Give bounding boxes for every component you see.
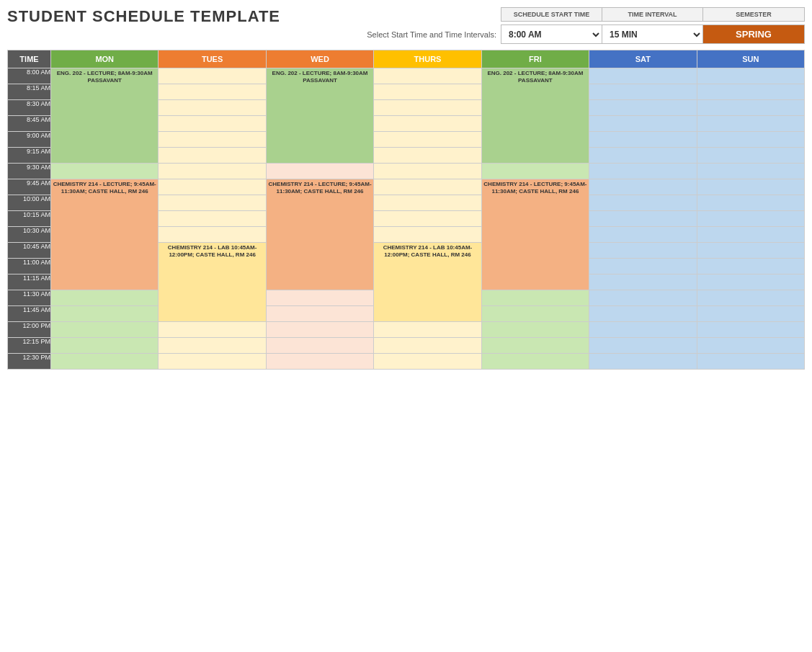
header-time-interval: TIME INTERVAL [602, 8, 703, 21]
time-label: 8:30 AM [8, 100, 51, 116]
time-label: 10:30 AM [8, 227, 51, 243]
cell-sat-13 [589, 274, 697, 290]
cell-sat-9 [589, 211, 697, 227]
cell-wed-6 [266, 164, 373, 179]
cell-thurs-2 [374, 100, 481, 116]
time-label: 8:45 AM [8, 116, 51, 132]
cell-tues-4 [159, 132, 266, 148]
cell-mon-6 [51, 164, 159, 179]
cell-sun-17 [697, 338, 804, 354]
time-label: 10:45 AM [8, 243, 51, 259]
cell-sat-8 [589, 195, 697, 211]
cell-wed-18 [266, 354, 373, 370]
cell-sat-2 [589, 100, 697, 116]
event-eng202-wed: ENG. 202 - LECTURE; 8AM-9:30AM PASSAVANT [266, 68, 373, 164]
cell-sun-18 [697, 354, 804, 370]
time-label: 11:15 AM [8, 274, 51, 290]
cell-tues-0 [159, 68, 266, 84]
time-label: 10:00 AM [8, 195, 51, 211]
control-selects: 8:00 AM 9:00 AM 15 MIN 30 MIN 60 MIN SPR… [501, 24, 805, 44]
header-start-time: SCHEDULE START TIME [501, 8, 602, 21]
cell-tues-6 [159, 164, 266, 179]
cell-sat-5 [589, 148, 697, 164]
col-header-sat: SAT [589, 50, 697, 68]
cell-wed-14 [266, 290, 373, 306]
semester-cell: SPRING [703, 25, 804, 43]
table-row: 9:45 AM CHEMISTRY 214 - LECTURE; 9:45AM-… [8, 179, 805, 195]
table-row: 9:30 AM [8, 164, 805, 179]
time-interval-select[interactable]: 15 MIN 30 MIN 60 MIN [602, 26, 702, 43]
col-header-fri: FRI [481, 50, 589, 68]
cell-fri-6 [481, 164, 589, 179]
col-header-wed: WED [266, 50, 373, 68]
table-row: 12:30 PM [8, 354, 805, 370]
start-time-select[interactable]: 8:00 AM 9:00 AM [501, 26, 602, 43]
page-header: STUDENT SCHEDULE TEMPLATE SCHEDULE START… [7, 7, 805, 44]
time-label: 11:45 AM [8, 306, 51, 322]
cell-mon-17 [51, 338, 159, 354]
event-text-chem214-lab-thurs: CHEMISTRY 214 - LAB 10:45AM-12:00PM; CAS… [374, 243, 481, 261]
cell-sun-9 [697, 211, 804, 227]
cell-thurs-6 [374, 164, 481, 179]
cell-sat-6 [589, 164, 697, 179]
col-header-time: TIME [8, 50, 51, 68]
semester-value: SPRING [736, 29, 772, 40]
time-label: 12:30 PM [8, 354, 51, 370]
schedule-table: TIME MON TUES WED THURS FRI SAT SUN 8:00… [7, 50, 805, 370]
cell-mon-15 [51, 306, 159, 322]
control-headers: SCHEDULE START TIME TIME INTERVAL SEMEST… [501, 7, 805, 22]
event-text-chem214-lab-tues: CHEMISTRY 214 - LAB 10:45AM-12:00PM; CAS… [159, 243, 265, 261]
time-label: 10:15 AM [8, 211, 51, 227]
time-interval-cell[interactable]: 15 MIN 30 MIN 60 MIN [602, 25, 703, 43]
time-label: 9:45 AM [8, 179, 51, 195]
cell-thurs-4 [374, 132, 481, 148]
table-row: 8:00 AM ENG. 202 - LECTURE; 8AM-9:30AM P… [8, 68, 805, 84]
cell-thurs-8 [374, 195, 481, 211]
time-label: 8:15 AM [8, 84, 51, 100]
cell-tues-18 [159, 354, 266, 370]
cell-sun-3 [697, 116, 804, 132]
col-header-thurs: THURS [374, 50, 481, 68]
event-chem214-lab-thurs: CHEMISTRY 214 - LAB 10:45AM-12:00PM; CAS… [374, 243, 481, 322]
cell-fri-14 [481, 290, 589, 306]
time-label: 9:30 AM [8, 164, 51, 179]
cell-tues-10 [159, 227, 266, 243]
cell-mon-14 [51, 290, 159, 306]
time-label: 12:15 PM [8, 338, 51, 354]
cell-sat-0 [589, 68, 697, 84]
cell-sat-3 [589, 116, 697, 132]
col-header-mon: MON [51, 50, 159, 68]
control-label: Select Start Time and Time Intervals: [367, 30, 496, 39]
cell-tues-9 [159, 211, 266, 227]
cell-wed-15 [266, 306, 373, 322]
cell-sat-18 [589, 354, 697, 370]
cell-thurs-3 [374, 116, 481, 132]
cell-sun-2 [697, 100, 804, 116]
col-header-tues: TUES [159, 50, 266, 68]
header-semester: SEMESTER [703, 8, 804, 21]
time-label: 11:30 AM [8, 290, 51, 306]
cell-sun-14 [697, 290, 804, 306]
event-text-eng202-mon: ENG. 202 - LECTURE; 8AM-9:30AM PASSAVANT [51, 68, 158, 86]
event-text-chem214-lec-wed: CHEMISTRY 214 - LECTURE; 9:45AM-11:30AM;… [267, 179, 373, 197]
col-header-sun: SUN [697, 50, 804, 68]
cell-thurs-1 [374, 84, 481, 100]
cell-sat-16 [589, 322, 697, 338]
cell-thurs-17 [374, 338, 481, 354]
cell-sun-10 [697, 227, 804, 243]
event-eng202-fri: ENG. 202 - LECTURE; 8AM-9:30AM PASSAVANT [481, 68, 589, 164]
cell-fri-15 [481, 306, 589, 322]
start-time-cell[interactable]: 8:00 AM 9:00 AM [501, 25, 602, 43]
event-chem214-lec-mon: CHEMISTRY 214 - LECTURE; 9:45AM-11:30AM;… [51, 179, 159, 290]
cell-tues-2 [159, 100, 266, 116]
event-text-eng202-fri: ENG. 202 - LECTURE; 8AM-9:30AM PASSAVANT [482, 68, 589, 86]
cell-mon-18 [51, 354, 159, 370]
cell-sun-15 [697, 306, 804, 322]
page-title: STUDENT SCHEDULE TEMPLATE [7, 7, 280, 26]
cell-sun-4 [697, 132, 804, 148]
cell-fri-17 [481, 338, 589, 354]
cell-sun-0 [697, 68, 804, 84]
cell-wed-16 [266, 322, 373, 338]
cell-tues-3 [159, 116, 266, 132]
cell-wed-17 [266, 338, 373, 354]
